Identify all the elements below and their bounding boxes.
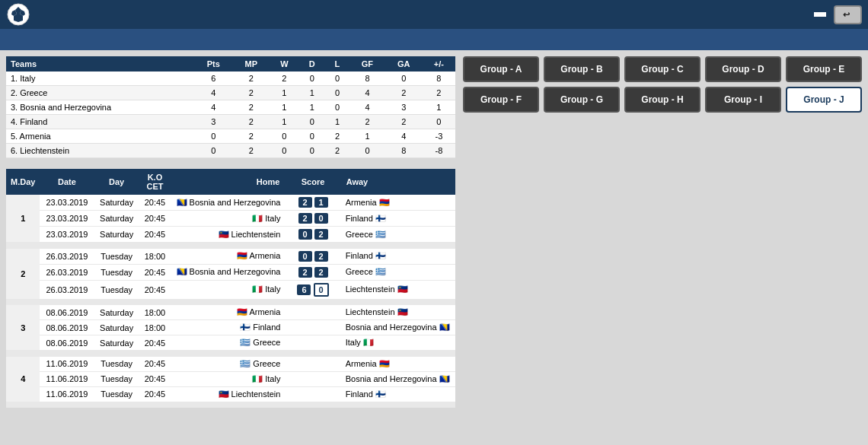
group-button[interactable]: Group - F	[463, 87, 539, 113]
group-button[interactable]: Group - A	[463, 56, 539, 82]
match-row: 11.06.2019Tuesday20:45🇮🇹 ItalyBosnia and…	[6, 371, 455, 386]
table-row: 2. Greece42110422	[6, 86, 455, 100]
group-button[interactable]: Group - H	[624, 87, 700, 113]
match-row: 308.06.2019Saturday18:00🇦🇲 ArmeniaLiecht…	[6, 305, 455, 320]
sub-header	[0, 29, 868, 50]
app-header: ↩	[0, 0, 868, 29]
match-row: 123.03.2019Saturday20:45🇧🇦 Bosnia and He…	[6, 195, 455, 211]
separator-row	[6, 243, 455, 249]
standings-table: Teams Pts MP W D L GF GA +/- 1. Italy622…	[6, 56, 455, 158]
col-date: Date	[40, 169, 94, 195]
match-row: 411.06.2019Tuesday20:45🇬🇷 GreeceArmenia …	[6, 357, 455, 372]
col-home: Home	[171, 169, 284, 195]
soccer-ball-icon	[6, 2, 30, 27]
table-row: 5. Armenia0200214-3	[6, 129, 455, 144]
table-row: 1. Italy62200808	[6, 72, 455, 86]
separator-row	[6, 299, 455, 305]
group-button[interactable]: Group - B	[544, 56, 620, 82]
col-ga: GA	[385, 56, 423, 72]
table-row: 6. Liechtenstein0200208-8	[6, 144, 455, 158]
match-row: 23.03.2019Saturday20:45🇱🇮 Liechtenstein0…	[6, 227, 455, 243]
match-row: 08.06.2019Saturday20:45🇬🇷 GreeceItaly 🇮🇹	[6, 335, 455, 351]
col-mp: MP	[232, 56, 270, 72]
match-row: 26.03.2019Tuesday20:45🇧🇦 Bosnia and Herz…	[6, 264, 455, 280]
col-away: Away	[342, 169, 455, 195]
match-row: 226.03.2019Tuesday18:00🇦🇲 Armenia0 2Finl…	[6, 249, 455, 265]
group-button[interactable]: Group - I	[705, 87, 781, 113]
group-button[interactable]: Group - G	[544, 87, 620, 113]
col-mday: M.Day	[6, 169, 40, 195]
group-button[interactable]: Group - C	[624, 56, 700, 82]
matches-table: M.Day Date Day K.OCET Home Score Away 12…	[6, 169, 455, 408]
col-pts: Pts	[194, 56, 232, 72]
col-d: D	[299, 56, 325, 72]
separator-row	[6, 402, 455, 408]
col-score: Score	[284, 169, 341, 195]
group-button[interactable]: Group - E	[786, 56, 862, 82]
col-gf: GF	[349, 56, 385, 72]
table-row: 3. Bosnia and Herzegovina42110431	[6, 100, 455, 115]
match-row: 23.03.2019Saturday20:45🇮🇹 Italy2 0Finlan…	[6, 211, 455, 227]
someka-logo	[814, 12, 826, 17]
col-diff: +/-	[423, 56, 455, 72]
match-row: 26.03.2019Tuesday20:45🇮🇹 Italy6 0Liechte…	[6, 280, 455, 299]
match-row: 11.06.2019Tuesday20:45🇱🇮 LiechtensteinFi…	[6, 386, 455, 402]
right-panel: Group - AGroup - BGroup - CGroup - DGrou…	[463, 56, 862, 439]
col-w: W	[270, 56, 298, 72]
group-button[interactable]: Group - J	[786, 87, 862, 113]
col-l: L	[325, 56, 349, 72]
back-to-menu-button[interactable]: ↩	[834, 5, 862, 24]
col-teams: Teams	[6, 56, 194, 72]
table-row: 4. Finland32101220	[6, 115, 455, 129]
separator-row	[6, 351, 455, 357]
group-button[interactable]: Group - D	[705, 56, 781, 82]
left-panel: Teams Pts MP W D L GF GA +/- 1. Italy622…	[6, 56, 455, 439]
group-buttons: Group - AGroup - BGroup - CGroup - DGrou…	[463, 56, 862, 113]
match-row: 08.06.2019Saturday18:00🇫🇮 FinlandBosnia …	[6, 320, 455, 335]
col-day: Day	[94, 169, 139, 195]
col-ko: K.OCET	[139, 169, 171, 195]
